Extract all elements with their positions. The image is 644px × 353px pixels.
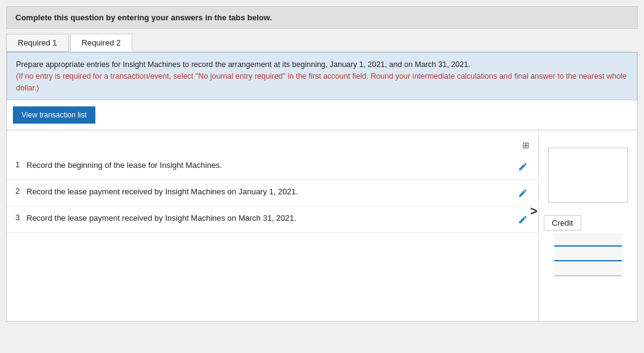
credit-input-2[interactable] [554,248,622,261]
credit-input-3[interactable] [554,263,622,276]
credit-input-area [554,233,622,276]
pencil-icon-2[interactable] [516,186,530,200]
instruction-text: Complete this question by entering your … [15,13,272,22]
outer-container: Complete this question by entering your … [0,0,644,353]
grid-icon-row: ⊞ [7,137,538,154]
task-text-3: Record the lease payment received by Ins… [26,213,511,224]
tab-required1[interactable]: Required 1 [6,34,69,52]
right-panel: > Credit [539,130,637,321]
tab-required2[interactable]: Required 2 [70,34,133,52]
pencil-icon-3[interactable] [516,213,530,226]
task-number-2: 2 [15,186,26,196]
task-text-1: Record the beginning of the lease for In… [26,160,511,171]
grid-icon: ⊞ [520,139,532,151]
info-box: Prepare appropriate entries for Insight … [7,52,637,100]
credit-label: Credit [544,215,581,231]
info-main-text: Prepare appropriate entries for Insight … [16,60,471,69]
task-text-2: Record the lease payment received by Ins… [26,186,511,197]
credit-input-1[interactable] [554,233,622,247]
credit-label-row: Credit [539,215,637,231]
tasks-section: 1 Record the beginning of the lease for … [7,154,538,233]
chevron-right-icon[interactable]: > [530,204,538,218]
tabs-row: Required 1 Required 2 [6,34,638,52]
view-btn-wrapper: View transaction list [7,100,637,130]
task-row-3: 3 Record the lease payment received by I… [7,207,538,233]
pencil-icon-1[interactable] [516,160,530,173]
instruction-bar: Complete this question by entering your … [6,6,638,29]
task-number-3: 3 [15,213,26,222]
view-transaction-list-button[interactable]: View transaction list [13,106,95,124]
main-panel: ⊞ 1 Record the beginning of the lease fo… [7,130,637,321]
task-row-2: 2 Record the lease payment received by I… [7,180,538,207]
left-panel: ⊞ 1 Record the beginning of the lease fo… [7,130,539,321]
info-red-text: (If no entry is required for a transacti… [16,72,627,92]
credit-section: Credit [539,209,637,276]
tab-content-panel: Prepare appropriate entries for Insight … [6,52,638,322]
task-number-1: 1 [15,160,26,169]
right-top-box [548,148,628,203]
task-row-1: 1 Record the beginning of the lease for … [7,154,538,180]
